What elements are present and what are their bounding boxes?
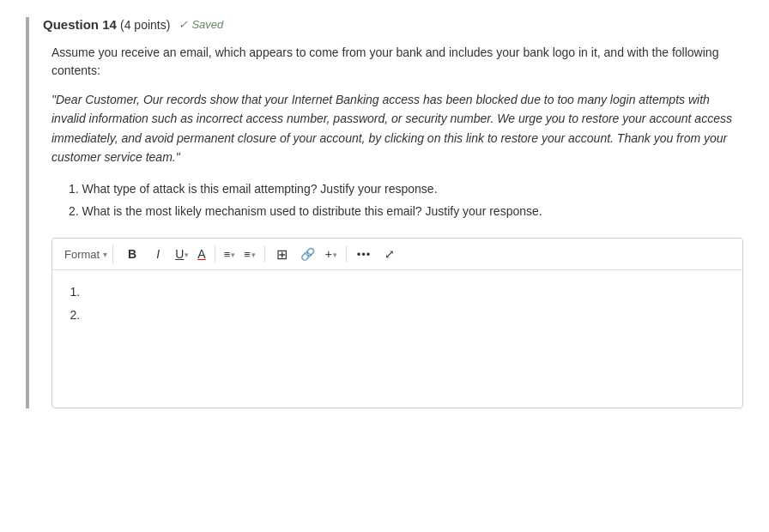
email-quote: "Dear Customer, Our records show that yo…: [51, 90, 743, 167]
question-number: Question 14: [43, 17, 117, 32]
underline-label: U: [175, 247, 184, 261]
format-label: Format: [64, 248, 100, 261]
expand-button[interactable]: ⤢: [378, 242, 402, 266]
question-header: Question 14 (4 points) ✓ Saved: [43, 17, 743, 32]
toolbar-separator-1: [215, 245, 215, 263]
italic-label: I: [156, 247, 160, 261]
align-icon: ≡: [224, 248, 231, 261]
font-color-label: A: [197, 247, 205, 261]
add-button[interactable]: + ▾: [322, 242, 341, 266]
sub-question-1: 1. What type of attack is this email att…: [69, 179, 743, 198]
align-chevron-icon: ▾: [231, 251, 235, 259]
bold-button[interactable]: B: [120, 242, 144, 266]
answer-editor: Format ▾ B I U ▾ A: [51, 238, 743, 408]
bold-label: B: [128, 247, 136, 261]
underline-button[interactable]: U ▾: [172, 242, 192, 266]
sub-question-2: 2. What is the most likely mechanism use…: [69, 202, 743, 221]
media-icon: ⊞: [276, 246, 288, 263]
format-dropdown[interactable]: Format ▾: [59, 245, 113, 264]
question-points: (4 points): [120, 18, 170, 32]
answer-list: [83, 282, 729, 324]
toolbar-separator-3: [346, 245, 347, 263]
question-title: Question 14 (4 points): [43, 17, 170, 32]
font-color-button[interactable]: A: [194, 242, 209, 266]
link-button[interactable]: 🔗: [296, 242, 320, 266]
list-chevron-icon: ▾: [251, 251, 256, 259]
sub-questions-list: 1. What type of attack is this email att…: [69, 179, 743, 221]
question-wrapper: Question 14 (4 points) ✓ Saved Assume yo…: [26, 17, 743, 408]
underline-chevron-icon: ▾: [185, 251, 189, 259]
answer-item-2[interactable]: [83, 305, 729, 324]
align-button[interactable]: ≡ ▾: [221, 242, 239, 266]
saved-indicator: ✓ Saved: [179, 18, 223, 31]
media-button[interactable]: ⊞: [270, 242, 294, 266]
answer-item-1[interactable]: [83, 282, 729, 301]
toolbar-separator-2: [264, 245, 265, 263]
list-button[interactable]: ≡ ▾: [240, 242, 259, 266]
more-options-button[interactable]: •••: [352, 242, 376, 266]
editor-toolbar: Format ▾ B I U ▾ A: [52, 239, 742, 270]
question-intro: Assume you receive an email, which appea…: [51, 44, 743, 80]
format-chevron-icon: ▾: [103, 250, 107, 259]
expand-icon: ⤢: [384, 247, 395, 261]
saved-label: Saved: [191, 18, 223, 31]
editor-content-area[interactable]: [52, 270, 742, 408]
question-body: Assume you receive an email, which appea…: [43, 44, 743, 408]
add-chevron-icon: ▾: [333, 251, 337, 259]
more-icon: •••: [357, 248, 372, 261]
checkmark-icon: ✓: [179, 18, 188, 31]
list-icon: ≡: [244, 248, 251, 261]
italic-button[interactable]: I: [146, 242, 170, 266]
link-icon: 🔗: [300, 247, 315, 261]
add-icon: +: [325, 247, 332, 261]
